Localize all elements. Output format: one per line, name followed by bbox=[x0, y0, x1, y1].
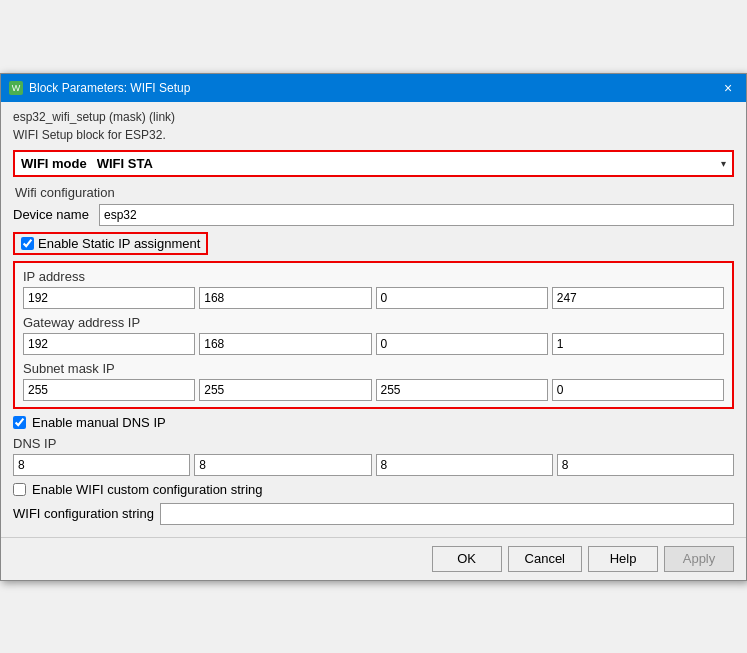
dns-ip-field-4[interactable] bbox=[557, 454, 734, 476]
device-name-input[interactable] bbox=[99, 204, 734, 226]
dns-ip-label: DNS IP bbox=[13, 436, 734, 451]
config-string-label: WIFI configuration string bbox=[13, 506, 154, 521]
ip-address-fields bbox=[23, 287, 724, 309]
subnet-mask-field-2[interactable] bbox=[199, 379, 371, 401]
gateway-ip-field-2[interactable] bbox=[199, 333, 371, 355]
gateway-ip-field-3[interactable] bbox=[376, 333, 548, 355]
wifi-mode-select[interactable]: WIFI STA WIFI AP WIFI AP+STA bbox=[93, 156, 715, 171]
dialog-body: esp32_wifi_setup (mask) (link) WIFI Setu… bbox=[1, 102, 746, 537]
dns-ip-field-2[interactable] bbox=[194, 454, 371, 476]
enable-custom-config-checkbox[interactable] bbox=[13, 483, 26, 496]
close-button[interactable]: × bbox=[718, 78, 738, 98]
config-string-row: WIFI configuration string bbox=[13, 503, 734, 525]
dns-ip-field-1[interactable] bbox=[13, 454, 190, 476]
subnet-mask-field-3[interactable] bbox=[376, 379, 548, 401]
gateway-ip-fields bbox=[23, 333, 724, 355]
gateway-ip-label: Gateway address IP bbox=[23, 315, 724, 330]
subnet-mask-label: Subnet mask IP bbox=[23, 361, 724, 376]
device-name-label: Device name bbox=[13, 207, 93, 222]
enable-static-ip-checkbox[interactable] bbox=[21, 237, 34, 250]
enable-dns-label: Enable manual DNS IP bbox=[32, 415, 166, 430]
dropdown-arrow-icon: ▾ bbox=[721, 158, 726, 169]
title-bar-left: W Block Parameters: WIFI Setup bbox=[9, 81, 190, 95]
wifi-mode-row: WIFI mode WIFI STA WIFI AP WIFI AP+STA ▾ bbox=[13, 150, 734, 177]
config-string-input[interactable] bbox=[160, 503, 734, 525]
gateway-ip-field-1[interactable] bbox=[23, 333, 195, 355]
wifi-mode-label: WIFI mode bbox=[21, 156, 87, 171]
apply-button[interactable]: Apply bbox=[664, 546, 734, 572]
enable-dns-row: Enable manual DNS IP bbox=[13, 415, 734, 430]
ip-address-field-3[interactable] bbox=[376, 287, 548, 309]
wifi-config-section-label: Wifi configuration bbox=[13, 185, 734, 200]
dialog-window: W Block Parameters: WIFI Setup × esp32_w… bbox=[0, 73, 747, 581]
window-icon: W bbox=[9, 81, 23, 95]
subtitle-desc: WIFI Setup block for ESP32. bbox=[13, 128, 734, 142]
button-row: OK Cancel Help Apply bbox=[1, 537, 746, 580]
ip-address-field-2[interactable] bbox=[199, 287, 371, 309]
enable-custom-config-label: Enable WIFI custom configuration string bbox=[32, 482, 263, 497]
cancel-button[interactable]: Cancel bbox=[508, 546, 582, 572]
title-bar: W Block Parameters: WIFI Setup × bbox=[1, 74, 746, 102]
subnet-mask-fields bbox=[23, 379, 724, 401]
ip-address-field-1[interactable] bbox=[23, 287, 195, 309]
dns-ip-field-3[interactable] bbox=[376, 454, 553, 476]
dialog-title: Block Parameters: WIFI Setup bbox=[29, 81, 190, 95]
subtitle-link: esp32_wifi_setup (mask) (link) bbox=[13, 110, 734, 124]
gateway-ip-field-4[interactable] bbox=[552, 333, 724, 355]
help-button[interactable]: Help bbox=[588, 546, 658, 572]
ok-button[interactable]: OK bbox=[432, 546, 502, 572]
static-ip-section: IP address Gateway address IP Subnet mas… bbox=[13, 261, 734, 409]
dns-ip-fields bbox=[13, 454, 734, 476]
device-name-row: Device name bbox=[13, 204, 734, 226]
enable-static-ip-label: Enable Static IP assignment bbox=[38, 236, 200, 251]
subnet-mask-field-1[interactable] bbox=[23, 379, 195, 401]
enable-custom-config-row: Enable WIFI custom configuration string bbox=[13, 482, 734, 497]
enable-static-ip-row: Enable Static IP assignment bbox=[13, 232, 208, 255]
ip-address-label: IP address bbox=[23, 269, 724, 284]
enable-dns-checkbox[interactable] bbox=[13, 416, 26, 429]
subnet-mask-field-4[interactable] bbox=[552, 379, 724, 401]
ip-address-field-4[interactable] bbox=[552, 287, 724, 309]
